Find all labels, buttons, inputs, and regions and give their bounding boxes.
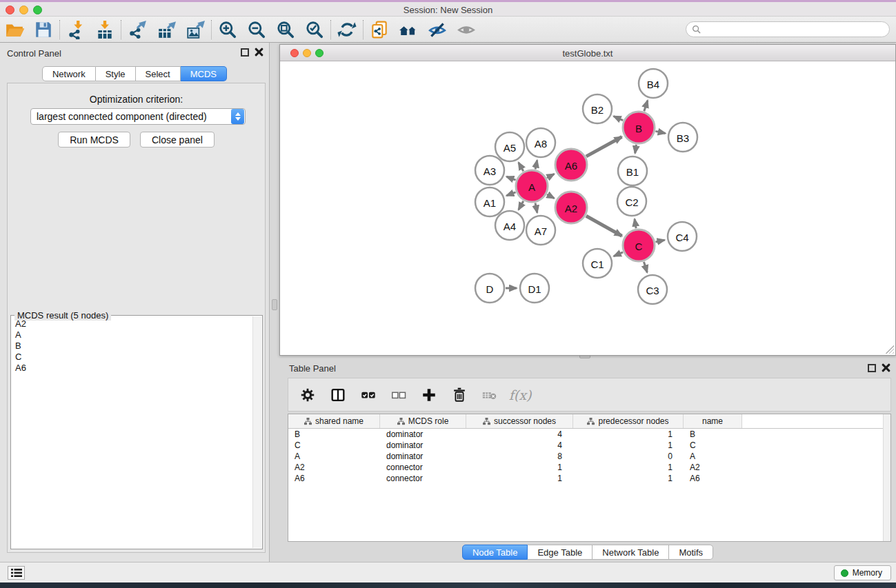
zoom-in-button[interactable] <box>213 18 242 41</box>
graph-node-A2[interactable]: A2 <box>555 192 587 223</box>
graph-node-B4[interactable]: B4 <box>639 69 668 98</box>
tab-node-table[interactable]: Node Table <box>462 545 528 560</box>
zoom-out-button[interactable] <box>242 18 271 41</box>
graph-node-C4[interactable]: C4 <box>668 222 697 251</box>
table-cell[interactable]: 0 <box>573 452 684 461</box>
tab-mcds[interactable]: MCDS <box>181 66 227 81</box>
table-cell[interactable]: dominator <box>380 429 466 439</box>
graph-node-D[interactable]: D <box>475 274 504 303</box>
column-header-predecessor-nodes[interactable]: predecessor nodes <box>573 414 684 428</box>
table-scrollbar[interactable] <box>883 414 890 541</box>
task-history-button[interactable] <box>8 566 25 580</box>
network-graph[interactable]: B4B2BB3A5A8A6A3AB1A1A2C2A4A7CC4C1C3DD1 <box>280 62 895 356</box>
table-cell[interactable]: 4 <box>466 429 573 439</box>
table-row[interactable]: Bdominator41B <box>288 429 890 440</box>
graph-edge[interactable] <box>655 131 665 133</box>
graph-edge[interactable] <box>535 160 537 169</box>
graph-edge[interactable] <box>519 163 524 172</box>
tab-motifs[interactable]: Motifs <box>669 545 713 560</box>
deselect-all-button[interactable] <box>389 385 408 405</box>
network-window-titlebar[interactable]: testGlobe.txt <box>280 45 895 61</box>
graph-edge[interactable] <box>586 216 622 236</box>
close-panel-icon[interactable] <box>882 363 890 372</box>
graph-node-B1[interactable]: B1 <box>618 156 647 185</box>
graph-node-B2[interactable]: B2 <box>583 94 612 123</box>
graph-node-A[interactable]: A <box>516 170 548 202</box>
table-row[interactable]: A2connector11A2 <box>288 462 890 473</box>
table-cell[interactable]: C <box>288 440 380 450</box>
search-box[interactable] <box>686 21 890 37</box>
table-cell[interactable]: B <box>288 429 380 439</box>
table-row[interactable]: Adominator80A <box>288 451 890 462</box>
graph-edge[interactable] <box>635 145 637 154</box>
table-cell[interactable]: 1 <box>573 440 684 450</box>
graph-edge[interactable] <box>506 192 515 196</box>
table-cell[interactable]: 1 <box>573 474 684 483</box>
export-network-button[interactable] <box>123 18 152 41</box>
column-header-successor-nodes[interactable]: successor nodes <box>466 414 573 428</box>
table-cell[interactable]: connector <box>380 463 466 472</box>
table-cell[interactable]: A <box>288 452 380 461</box>
graph-edge[interactable] <box>535 203 537 212</box>
graph-node-D1[interactable]: D1 <box>520 274 549 303</box>
hide-graphics-details-button[interactable] <box>423 18 452 41</box>
table-cell[interactable]: A2 <box>684 463 742 472</box>
zoom-fit-button[interactable] <box>271 18 300 41</box>
graph-node-A4[interactable]: A4 <box>495 211 524 240</box>
zoom-selected-button[interactable] <box>300 18 329 41</box>
graph-edge[interactable] <box>635 219 636 229</box>
network-canvas[interactable]: B4B2BB3A5A8A6A3AB1A1A2C2A4A7CC4C1C3DD1 <box>280 62 895 355</box>
table-cell[interactable]: 1 <box>466 474 573 483</box>
mcds-result-list[interactable]: A2ABCA6 <box>12 318 251 547</box>
houses-button[interactable] <box>394 18 423 41</box>
run-mcds-button[interactable]: Run MCDS <box>58 132 130 148</box>
float-panel-icon[interactable] <box>868 364 876 372</box>
table-cell[interactable]: dominator <box>380 440 466 450</box>
table-cell[interactable]: 8 <box>466 452 573 461</box>
resize-grip-icon[interactable] <box>886 345 894 354</box>
graph-node-A3[interactable]: A3 <box>475 156 504 185</box>
column-header-shared-name[interactable]: shared name <box>288 414 380 428</box>
table-cell[interactable]: A <box>684 452 742 461</box>
graph-edge[interactable] <box>547 174 554 178</box>
graph-node-C[interactable]: C <box>623 230 655 261</box>
mcds-result-item[interactable]: A2 <box>12 318 251 330</box>
float-panel-icon[interactable] <box>241 48 249 57</box>
table-row[interactable]: Cdominator41C <box>288 440 890 451</box>
refresh-button[interactable] <box>332 18 361 41</box>
graph-edge[interactable] <box>614 116 623 121</box>
table-cell[interactable]: B <box>684 429 742 439</box>
delete-table-button[interactable] <box>480 385 499 405</box>
table-cell[interactable]: connector <box>380 474 466 483</box>
mcds-result-item[interactable]: B <box>12 341 251 352</box>
graph-node-A5[interactable]: A5 <box>495 132 524 161</box>
tab-select[interactable]: Select <box>136 66 181 81</box>
table-cell[interactable]: C <box>684 440 742 450</box>
export-image-button[interactable] <box>181 18 210 41</box>
table-cell[interactable]: 1 <box>466 463 573 472</box>
table-settings-button[interactable] <box>298 385 317 405</box>
column-header-name[interactable]: name <box>684 414 742 428</box>
graph-node-C1[interactable]: C1 <box>583 249 612 278</box>
graph-node-A1[interactable]: A1 <box>475 187 504 216</box>
tab-network[interactable]: Network <box>42 66 96 81</box>
table-row[interactable]: A6connector11A6 <box>288 473 890 484</box>
tab-network-table[interactable]: Network Table <box>593 545 669 560</box>
table-cell[interactable]: A6 <box>684 474 742 483</box>
open-file-button[interactable] <box>0 18 29 41</box>
mcds-result-item[interactable]: C <box>12 352 251 363</box>
graph-edge[interactable] <box>644 262 647 272</box>
column-header-mcds-role[interactable]: MCDS role <box>380 414 466 428</box>
table-cell[interactable]: A6 <box>288 474 380 483</box>
graph-edge[interactable] <box>614 252 623 256</box>
tab-style[interactable]: Style <box>96 66 136 81</box>
mcds-result-item[interactable]: A6 <box>12 363 251 374</box>
table-cell[interactable]: dominator <box>380 452 466 461</box>
result-scrollbar[interactable] <box>252 316 261 548</box>
graph-edge[interactable] <box>586 137 622 156</box>
graph-node-A7[interactable]: A7 <box>526 216 555 245</box>
vertical-splitter-handle[interactable] <box>272 299 277 310</box>
import-network-button[interactable] <box>61 18 90 41</box>
graph-node-C2[interactable]: C2 <box>617 187 646 216</box>
duplicate-network-button[interactable] <box>365 18 394 41</box>
